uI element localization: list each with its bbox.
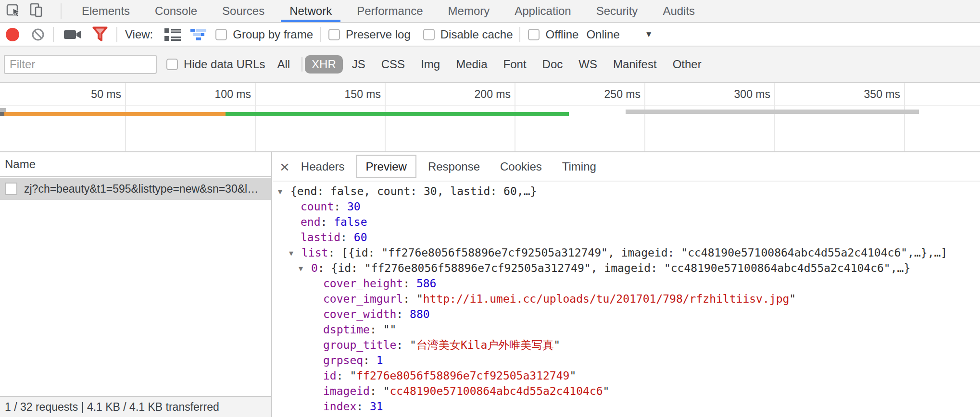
screenshot-camera-icon[interactable]	[63, 27, 83, 42]
chevron-down-icon[interactable]: ▼	[645, 30, 653, 39]
filter-input[interactable]	[4, 55, 157, 74]
resource-type-filters: AllXHRJSCSSImgMediaFontDocWSManifestOthe…	[268, 55, 708, 74]
token: "	[410, 339, 416, 351]
disable-cache-checkbox[interactable]	[423, 29, 435, 40]
preview-line[interactable]: ▼list: [{id: "ff276e8056f58896e7cf92505a…	[273, 245, 980, 260]
token: :	[337, 369, 350, 382]
throttling-select[interactable]: Online	[586, 28, 619, 41]
token: :	[403, 293, 416, 305]
token: 31	[370, 400, 383, 413]
device-toolbar-icon[interactable]	[29, 2, 44, 20]
timeline-tick-label: 300 ms	[693, 88, 770, 101]
token: list	[302, 246, 328, 259]
details-tab-timing[interactable]: Timing	[553, 155, 605, 178]
timeline-gridline	[774, 83, 775, 151]
filter-type-doc[interactable]: Doc	[536, 55, 570, 74]
preview-line: end: false	[273, 214, 980, 230]
hide-data-urls-label[interactable]: Hide data URLs	[184, 58, 265, 71]
filter-type-divider	[302, 57, 302, 72]
filter-type-all[interactable]: All	[270, 55, 297, 74]
inspect-element-icon[interactable]	[6, 2, 21, 20]
token: "	[416, 293, 423, 305]
tab-application[interactable]: Application	[502, 0, 583, 22]
preview-line: index: 31	[273, 399, 980, 414]
details-tab-headers[interactable]: Headers	[292, 155, 353, 178]
token: 台湾美女Kila户外唯美写真	[416, 339, 553, 351]
preview-line-partial: istitleimg: 0	[273, 414, 980, 417]
timeline-tick-label: 150 ms	[304, 88, 381, 101]
tab-security[interactable]: Security	[584, 0, 651, 22]
devtools-tabbar: ElementsConsoleSourcesNetworkPerformance…	[0, 0, 980, 23]
waterfall-overview-icon[interactable]	[189, 27, 208, 42]
token: grpseq	[323, 354, 363, 367]
view-label: View:	[125, 28, 153, 41]
close-icon[interactable]: ×	[280, 159, 289, 175]
record-button[interactable]	[6, 28, 19, 41]
tab-elements[interactable]: Elements	[69, 0, 142, 22]
name-column-header[interactable]: Name	[0, 152, 271, 177]
expand-arrow-icon[interactable]: ▼	[278, 184, 290, 199]
token: :	[370, 385, 383, 397]
filter-funnel-icon[interactable]	[92, 26, 108, 43]
group-by-frame-checkbox[interactable]	[215, 29, 227, 40]
preview-line[interactable]: ▼{end: false, count: 30, lastid: 60,…}	[273, 184, 980, 199]
preserve-log-label[interactable]: Preserve log	[346, 28, 411, 41]
tab-memory[interactable]: Memory	[436, 0, 503, 22]
filter-type-xhr[interactable]: XHR	[305, 55, 343, 74]
token: 880	[410, 308, 430, 320]
timeline-gridline	[904, 83, 905, 151]
offline-checkbox[interactable]	[528, 29, 540, 40]
tab-sources[interactable]: Sources	[210, 0, 277, 22]
tab-console[interactable]: Console	[142, 0, 210, 22]
timeline-gridline	[125, 83, 126, 151]
clear-icon[interactable]	[31, 27, 45, 42]
request-name: zj?ch=beauty&t1=595&listtype=new&sn=30&l…	[24, 183, 258, 196]
list-view-icon[interactable]	[163, 27, 182, 42]
json-preview-tree: ▼{end: false, count: 30, lastid: 60,…}co…	[273, 183, 980, 417]
token: :	[340, 231, 354, 244]
token: "	[789, 293, 796, 305]
disable-cache-label[interactable]: Disable cache	[440, 28, 513, 41]
filter-type-css[interactable]: CSS	[375, 55, 412, 74]
timeline-gridline	[385, 83, 386, 151]
timeline-gridline	[644, 83, 645, 151]
preview-line[interactable]: ▼0: {id: "ff276e8056f58896e7cf92505a3127…	[273, 260, 980, 276]
request-row[interactable]: zj?ch=beauty&t1=595&listtype=new&sn=30&l…	[0, 178, 271, 200]
filter-type-js[interactable]: JS	[345, 55, 372, 74]
network-filter-bar: Hide data URLs AllXHRJSCSSImgMediaFontDo…	[0, 47, 980, 82]
preview-line: count: 30	[273, 199, 980, 214]
overview-bar-pending	[0, 108, 6, 112]
filter-type-font[interactable]: Font	[497, 55, 533, 74]
hide-data-urls-checkbox[interactable]	[166, 59, 178, 70]
network-overview-timeline[interactable]: 50 ms100 ms150 ms200 ms250 ms300 ms350 m…	[0, 82, 980, 152]
details-tab-response[interactable]: Response	[419, 155, 489, 178]
timeline-tick-label: 250 ms	[564, 88, 641, 101]
token: "	[350, 369, 356, 382]
preserve-log-checkbox[interactable]	[328, 29, 340, 40]
tab-network[interactable]: Network	[277, 0, 344, 22]
name-column-label: Name	[5, 158, 36, 171]
token: "	[569, 369, 576, 382]
network-toolbar: View: Group by frame Preserve	[0, 23, 980, 47]
group-by-frame-label[interactable]: Group by frame	[233, 28, 313, 41]
expand-arrow-icon[interactable]: ▼	[289, 245, 302, 261]
preview-line: id: "ff276e8056f58896e7cf92505a312749"	[273, 368, 980, 383]
request-details-panel: × HeadersPreviewResponseCookiesTiming ▼{…	[273, 152, 980, 417]
filter-type-ws[interactable]: WS	[572, 55, 604, 74]
token: 586	[416, 277, 437, 290]
toolbar-divider	[53, 27, 54, 42]
filter-type-other[interactable]: Other	[666, 55, 708, 74]
offline-label[interactable]: Offline	[545, 28, 578, 41]
details-tab-preview[interactable]: Preview	[356, 155, 416, 178]
request-list-panel: Name zj?ch=beauty&t1=595&listtype=new&sn…	[0, 152, 272, 417]
tab-performance[interactable]: Performance	[344, 0, 435, 22]
details-tab-cookies[interactable]: Cookies	[491, 155, 551, 178]
filter-type-img[interactable]: Img	[414, 55, 447, 74]
expand-arrow-icon[interactable]: ▼	[299, 261, 311, 276]
filter-type-manifest[interactable]: Manifest	[606, 55, 664, 74]
preview-line: group_title: "台湾美女Kila户外唯美写真"	[273, 337, 980, 353]
token: "	[553, 339, 560, 351]
tab-audits[interactable]: Audits	[650, 0, 707, 22]
preview-line: dsptime: ""	[273, 322, 980, 337]
filter-type-media[interactable]: Media	[449, 55, 494, 74]
